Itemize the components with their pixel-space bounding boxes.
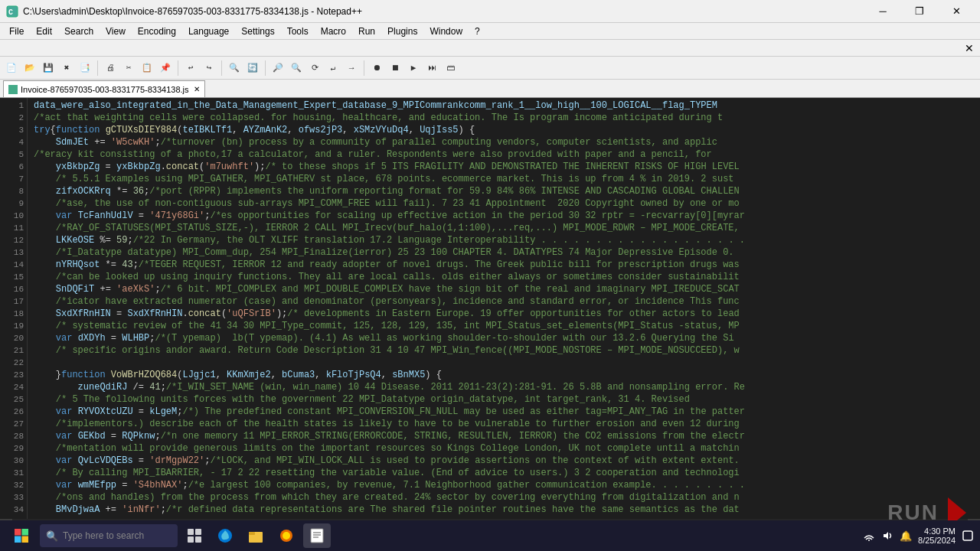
svg-rect-7	[195, 529, 201, 535]
toolbar-saveall[interactable]: 📑	[77, 60, 93, 77]
menu-bar: File Edit Search View Encoding Language …	[0, 23, 980, 40]
restore-button[interactable]: ❐	[902, 0, 937, 23]
line-number: 7	[3, 173, 24, 185]
toolbar-macro2[interactable]: ⏹	[387, 60, 403, 77]
toolbar-close[interactable]: ✖	[58, 60, 75, 77]
minimize-button[interactable]: ─	[865, 0, 900, 23]
taskbar-task-view[interactable]	[181, 523, 208, 548]
toolbar-find[interactable]: 🔍	[226, 60, 243, 77]
file-tab[interactable]: Invoice-876597035-003-8331775-8334138.js…	[3, 80, 205, 97]
taskbar-firefox-btn[interactable]	[273, 523, 300, 548]
code-line: SdmJEt += 'W5cwKH';/*turnover (bn) proce…	[34, 136, 980, 148]
document-close-button[interactable]: ✕	[962, 41, 977, 56]
line-number: 33	[3, 491, 24, 504]
menu-search[interactable]: Search	[58, 23, 100, 40]
menu-help[interactable]: ?	[469, 23, 486, 40]
toolbar-replace[interactable]: 🔄	[244, 60, 261, 77]
toolbar-print[interactable]: 🖨	[102, 60, 119, 77]
toolbar-new[interactable]: 📄	[3, 60, 20, 77]
toolbar: 📄 📂 💾 ✖ 📑 🖨 ✂ 📋 📌 ↩ ↪ 🔍 🔄 🔎 🔍 ⟳ ↵ → ⏺ ⏹ …	[0, 57, 980, 80]
toolbar-undo[interactable]: ↩	[182, 60, 199, 77]
taskbar-notepad-btn[interactable]	[303, 523, 331, 548]
menu-window[interactable]: Window	[423, 23, 469, 40]
code-line: zifxOCKRrq *= 36;/*port (RPPR) implement…	[34, 185, 980, 197]
toolbar-zoom-in[interactable]: 🔎	[270, 60, 286, 77]
toolbar-macro4[interactable]: ⏭	[423, 60, 440, 77]
line-number: 27	[3, 418, 24, 430]
line-number: 17	[3, 295, 24, 308]
menu-settings[interactable]: Settings	[235, 23, 280, 40]
close-button[interactable]: ✕	[939, 0, 974, 23]
taskbar-explorer-btn[interactable]	[242, 523, 270, 548]
line-number: 19	[3, 320, 24, 332]
code-line: LKKeOSE %= 59;/*22 In Germany, the OLT X…	[34, 234, 980, 246]
menu-tools[interactable]: Tools	[281, 23, 315, 40]
window-icon: C	[6, 5, 18, 18]
svg-rect-12	[249, 532, 255, 535]
code-line: /*I_Datatype datatype) MPI_Comm_dup, 254…	[34, 246, 980, 259]
line-number: 32	[3, 479, 24, 491]
menu-file[interactable]: File	[3, 23, 30, 40]
code-line: var RYVOXtcUZU = kLgeM;/*) The predefine…	[34, 406, 980, 418]
clock[interactable]: 4:30 PM 8/25/2024	[918, 527, 956, 545]
notification-center[interactable]	[962, 530, 974, 542]
line-number: 6	[3, 161, 24, 173]
code-content[interactable]: data_were_also_integrated_in_the_Data_Ma…	[28, 98, 980, 519]
menu-view[interactable]: View	[100, 23, 132, 40]
code-line: }function VoWBrHZOQ684(LJgjc1, KKmXmje2,…	[34, 369, 980, 381]
svg-rect-9	[195, 536, 201, 543]
line-number: 3	[3, 124, 24, 136]
toolbar-wrap[interactable]: ↵	[325, 60, 341, 77]
code-line: nYRHQsot *= 43;/*TEGER REQUEST, IERROR 1…	[34, 259, 980, 271]
line-number: 9	[3, 197, 24, 210]
svg-rect-2	[15, 529, 21, 536]
code-line: zuneQdiRJ /= 41;/*I_WIN_SET_NAME (win, w…	[34, 381, 980, 393]
toolbar-macro5[interactable]: 🗃	[442, 60, 459, 77]
menu-plugins[interactable]: Plugins	[381, 23, 423, 40]
code-editor[interactable]: 1234567891011121314151617181920212223242…	[0, 98, 980, 519]
menu-macro[interactable]: Macro	[315, 23, 352, 40]
code-line: SnDQFiT += 'aeXkS';/* 6 bit. MPI_COMPLEX…	[34, 283, 980, 295]
svg-rect-15	[311, 529, 323, 543]
line-numbers: 1234567891011121314151617181920212223242…	[0, 98, 28, 519]
network-icon[interactable]	[863, 530, 875, 542]
menu-language[interactable]: Language	[182, 23, 235, 40]
toolbar-zoom-out[interactable]: 🔍	[288, 60, 305, 77]
tab-filename: Invoice-876597035-003-8331775-8334138.js	[21, 85, 189, 94]
start-button[interactable]	[6, 523, 37, 548]
code-line: /*icator have extracted numerator (case)…	[34, 295, 980, 308]
svg-point-14	[283, 532, 290, 540]
code-line: /*act that weighting cells were collapse…	[34, 112, 980, 124]
toolbar-sync[interactable]: ⟳	[306, 60, 323, 77]
line-number: 10	[3, 210, 24, 222]
menu-edit[interactable]: Edit	[30, 23, 58, 40]
toolbar-sep4	[265, 60, 266, 76]
code-line: /* systematic review of the 41 34 30 MPI…	[34, 320, 980, 332]
line-number: 34	[3, 504, 24, 516]
code-line: /*can be looked up using inquiry functio…	[34, 271, 980, 283]
code-line: var QvLcVDQEBs = 'drMgpW22';/*LOCK, and …	[34, 455, 980, 467]
code-line: /* specific origins andor award. Return …	[34, 344, 980, 357]
volume-icon[interactable]	[881, 530, 893, 542]
toolbar-paste[interactable]: 📌	[157, 60, 174, 77]
toolbar-cut[interactable]: ✂	[120, 60, 137, 77]
notification-icon[interactable]: 🔔	[900, 530, 912, 542]
taskbar-search-box[interactable]: 🔍 Type here to search	[40, 524, 178, 547]
svg-rect-4	[15, 536, 21, 543]
toolbar-save[interactable]: 💾	[40, 60, 57, 77]
line-number: 22	[3, 357, 24, 369]
toolbar-macro3[interactable]: ▶	[405, 60, 422, 77]
menu-run[interactable]: Run	[352, 23, 381, 40]
toolbar-macro1[interactable]: ⏺	[368, 60, 385, 77]
toolbar-indent[interactable]: →	[343, 60, 360, 77]
toolbar-redo[interactable]: ↪	[201, 60, 217, 77]
svg-rect-21	[963, 531, 972, 540]
toolbar-copy[interactable]: 📋	[139, 60, 155, 77]
menu-encoding[interactable]: Encoding	[132, 23, 182, 40]
taskbar-edge-btn[interactable]	[211, 523, 239, 548]
code-line: yxBkbpZg = yxBkbpZg.concat('m7uwhft');/*…	[34, 161, 980, 173]
tab-close-button[interactable]: ✕	[194, 85, 200, 93]
code-line: var wmMEfpp = 'S4bhNAX';/*e largest 100 …	[34, 479, 980, 491]
line-number: 14	[3, 259, 24, 271]
toolbar-open[interactable]: 📂	[21, 60, 38, 77]
